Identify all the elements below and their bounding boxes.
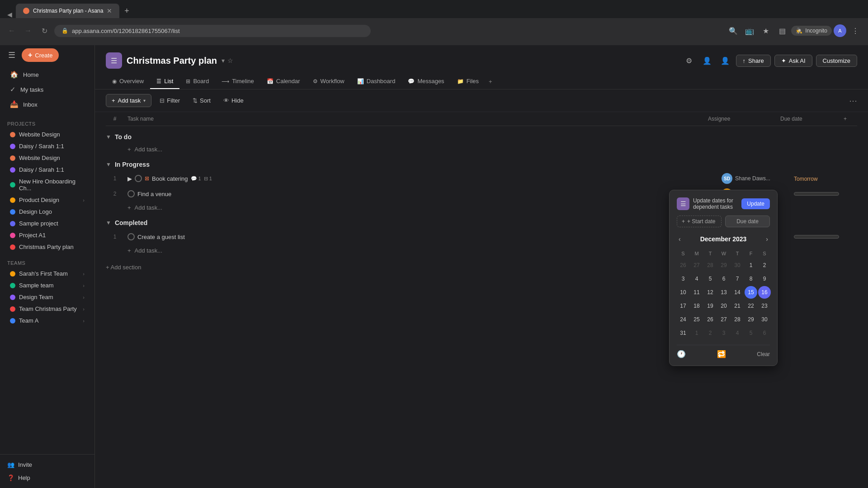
share-button[interactable]: ↑ Share (736, 55, 771, 67)
calendar-day[interactable]: 30 (731, 259, 744, 272)
tab-board[interactable]: ⊞Board (179, 74, 215, 89)
reload-button[interactable]: ↻ (38, 24, 51, 37)
hide-button[interactable]: 👁 Hide (219, 94, 248, 107)
due-date-input[interactable] (794, 192, 839, 196)
forward-nav-button[interactable]: → (22, 24, 34, 37)
back-nav-button[interactable]: ← (5, 24, 18, 37)
project-star-icon[interactable]: ☆ (227, 57, 233, 64)
calendar-day[interactable]: 8 (745, 272, 757, 285)
active-tab[interactable]: Christmas Party plan - Asana ✕ (16, 4, 119, 18)
create-button[interactable]: + Create (22, 48, 59, 62)
col-add-header[interactable]: + (844, 116, 857, 122)
calendar-day[interactable]: 20 (717, 300, 730, 312)
tab-calendar[interactable]: 📅Calendar (260, 74, 307, 89)
calendar-day[interactable]: 25 (690, 313, 703, 326)
calendar-day[interactable]: 18 (690, 300, 703, 312)
calendar-day[interactable]: 4 (690, 272, 703, 285)
bookmark-icon[interactable]: ★ (759, 23, 773, 38)
tab-list[interactable]: ☰List (150, 74, 179, 89)
calendar-day[interactable]: 3 (717, 327, 730, 339)
calendar-next-button[interactable]: › (764, 234, 770, 244)
calendar-day[interactable]: 16 (758, 286, 771, 299)
sidebar-team-team-christmas-party[interactable]: Team Christmas Party › (3, 303, 92, 314)
calendar-day[interactable]: 1 (690, 327, 703, 339)
sidebar-project-project-a1[interactable]: Project A1 (3, 230, 92, 241)
calendar-day[interactable]: 5 (704, 272, 717, 285)
calendar-day[interactable]: 26 (677, 259, 689, 272)
sidebar-project-new-hire-onboarding[interactable]: New Hire Onboarding Ch... (3, 176, 92, 194)
sidebar-project-design-logo[interactable]: Design Logo (3, 206, 92, 217)
calendar-day[interactable]: 29 (717, 259, 730, 272)
more-browser-icon[interactable]: ⋮ (848, 23, 863, 38)
calendar-day[interactable]: 10 (677, 286, 689, 299)
sidebar-item-home[interactable]: 🏠 Home (3, 67, 92, 82)
task-complete-button[interactable] (127, 233, 135, 240)
sidebar-project-christmas-party[interactable]: Christmas Party plan (3, 241, 92, 253)
tab-files[interactable]: 📁Files (451, 74, 485, 89)
calendar-day[interactable]: 2 (758, 259, 771, 272)
calendar-day[interactable]: 9 (758, 272, 771, 285)
calendar-day[interactable]: 2 (704, 327, 717, 339)
sidebar-icon[interactable]: ▤ (775, 23, 789, 38)
calendar-day[interactable]: 13 (717, 286, 730, 299)
section-toggle-in-progress[interactable]: ▼ (106, 161, 111, 168)
sidebar-project-website-design-2[interactable]: Website Design (3, 152, 92, 164)
hamburger-button[interactable]: ☰ (5, 49, 18, 61)
due-date-button[interactable]: Due date (725, 216, 770, 227)
calendar-day[interactable]: 11 (690, 286, 703, 299)
calendar-day[interactable]: 28 (731, 313, 744, 326)
calendar-day[interactable]: 21 (731, 300, 744, 312)
calendar-day[interactable]: 27 (717, 313, 730, 326)
help-button[interactable]: ❓ Help (0, 471, 94, 484)
back-button[interactable]: ◀ (4, 11, 16, 18)
calendar-day[interactable]: 31 (677, 327, 689, 339)
calendar-day[interactable]: 29 (745, 313, 757, 326)
expand-icon[interactable]: ▶ (127, 175, 132, 182)
tab-close-button[interactable]: ✕ (107, 7, 112, 14)
project-dropdown-icon[interactable]: ▾ (222, 57, 225, 64)
sidebar-team-design-team[interactable]: Design Team › (3, 291, 92, 303)
calendar-day[interactable]: 14 (731, 286, 744, 299)
search-browser-icon[interactable]: 🔍 (726, 23, 741, 38)
add-task-button[interactable]: + Add task ▾ (106, 94, 151, 107)
filter-button[interactable]: ⊟ Filter (155, 94, 184, 107)
section-toggle-completed[interactable]: ▼ (106, 220, 111, 226)
calendar-day[interactable]: 22 (745, 300, 757, 312)
sidebar-team-team-a[interactable]: Team A › (3, 315, 92, 326)
sidebar-item-my-tasks[interactable]: ✓ My tasks (3, 82, 92, 97)
calendar-day[interactable]: 6 (717, 272, 730, 285)
calendar-day[interactable]: 1 (745, 259, 757, 272)
calendar-day[interactable]: 24 (677, 313, 689, 326)
calendar-day[interactable]: 17 (677, 300, 689, 312)
calendar-repeat-icon[interactable]: 🔁 (717, 350, 726, 358)
sort-button[interactable]: ⇅ Sort (188, 94, 215, 107)
cast-icon[interactable]: 📺 (742, 23, 757, 38)
tab-dashboard[interactable]: 📊Dashboard (351, 74, 402, 89)
tab-overview[interactable]: ◉Overview (106, 74, 150, 89)
calendar-day[interactable]: 4 (731, 327, 744, 339)
calendar-day[interactable]: 30 (758, 313, 771, 326)
calendar-day[interactable]: 12 (704, 286, 717, 299)
due-date-input[interactable] (794, 235, 839, 239)
start-date-button[interactable]: + + Start date (677, 216, 722, 227)
tab-timeline[interactable]: ⟶Timeline (215, 74, 260, 89)
more-tabs-button[interactable]: + (485, 75, 496, 89)
header-people-icon[interactable]: 👤 (700, 53, 714, 68)
profile-icon[interactable]: A (834, 24, 846, 37)
sidebar-project-daisy-sarah[interactable]: Daisy / Sarah 1:1 (3, 141, 92, 152)
calendar-day[interactable]: 3 (677, 272, 689, 285)
calendar-day[interactable]: 23 (758, 300, 771, 312)
customize-button[interactable]: Customize (816, 55, 857, 67)
calendar-day[interactable]: 27 (690, 259, 703, 272)
calendar-day[interactable]: 15 (745, 286, 757, 299)
invite-button[interactable]: 👥 Invite (0, 458, 94, 471)
add-task-row-todo[interactable]: +Add task... (106, 143, 857, 155)
calendar-day[interactable]: 19 (704, 300, 717, 312)
tab-workflow[interactable]: ⚙Workflow (307, 74, 351, 89)
tab-messages[interactable]: 💬Messages (401, 74, 450, 89)
sidebar-item-inbox[interactable]: 📥 Inbox (3, 97, 92, 112)
sidebar-project-daisy-sarah-2[interactable]: Daisy / Sarah 1:1 (3, 164, 92, 175)
calendar-day[interactable]: 28 (704, 259, 717, 272)
calendar-day[interactable]: 26 (704, 313, 717, 326)
address-bar[interactable]: 🔒 app.asana.com/0/1206182861755067/list (54, 25, 371, 37)
